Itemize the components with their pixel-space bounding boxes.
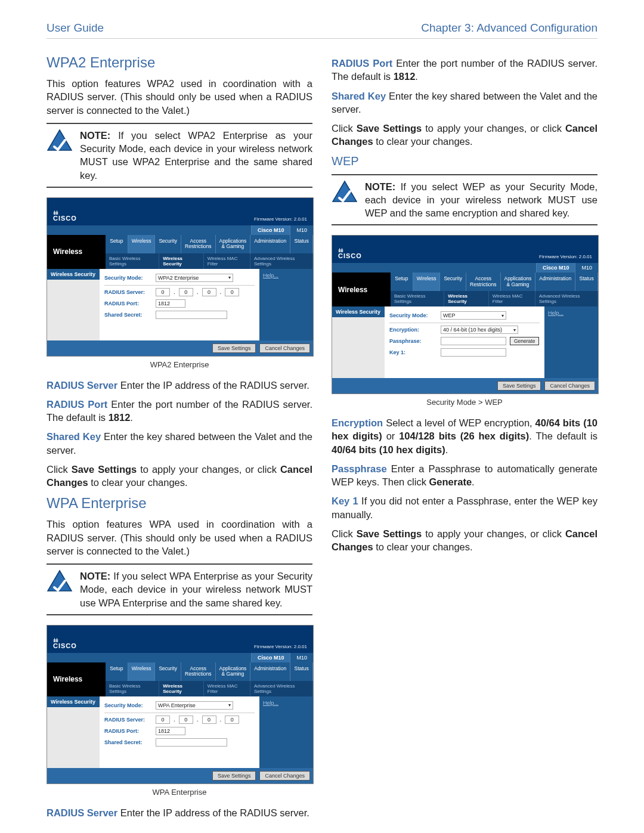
heading-wpa2-enterprise: WPA2 Enterprise: [47, 54, 312, 71]
model-tab[interactable]: M10: [290, 653, 313, 662]
tab-status[interactable]: Status: [575, 272, 598, 291]
t: . The default is: [529, 431, 597, 441]
subtab-basic[interactable]: Basic Wireless Settings: [106, 681, 159, 696]
tab-setup[interactable]: Setup: [391, 272, 413, 291]
save-settings-button[interactable]: Save Settings: [212, 771, 256, 781]
label-shared-secret: Shared Secret:: [104, 739, 152, 745]
input-key1[interactable]: [441, 348, 506, 357]
tab-access[interactable]: Access Restrictions: [181, 662, 215, 681]
def-bold: 1812: [109, 412, 131, 423]
input-ip4[interactable]: 0: [225, 288, 239, 296]
tab-security[interactable]: Security: [155, 662, 181, 681]
para-save-r: Click Save Settings to apply your change…: [332, 122, 597, 148]
right-column: RADIUS Port Enter the port number of the…: [332, 51, 597, 825]
tab-admin[interactable]: Administration: [250, 662, 290, 681]
tab-access[interactable]: Access Restrictions: [466, 272, 500, 291]
input-ip2[interactable]: 0: [179, 288, 193, 296]
input-shared-secret[interactable]: [156, 311, 227, 319]
label-radius-server: RADIUS Server:: [104, 289, 152, 295]
tab-apps[interactable]: Applications & Gaming: [216, 662, 251, 681]
tab-access[interactable]: Access Restrictions: [181, 235, 215, 253]
subtab-mac[interactable]: Wireless MAC Filter: [204, 681, 250, 696]
generate-button[interactable]: Generate: [510, 337, 539, 345]
input-radius-port[interactable]: 1812: [156, 727, 185, 735]
input-shared-secret[interactable]: [156, 738, 227, 747]
cancel-changes-button[interactable]: Cancel Changes: [544, 381, 595, 391]
tab-wireless[interactable]: Wireless: [128, 235, 156, 253]
subtab-security[interactable]: Wireless Security: [159, 253, 204, 269]
section-label: Wireless Security: [47, 269, 100, 280]
tab-status[interactable]: Status: [290, 235, 313, 253]
save-settings-button[interactable]: Save Settings: [212, 343, 256, 353]
select-security-mode[interactable]: WPA Enterprise: [156, 701, 233, 710]
model-tab-active[interactable]: Cisco M10: [536, 263, 575, 272]
tab-status[interactable]: Status: [290, 662, 313, 681]
select-security-mode[interactable]: WPA2 Enterprise: [156, 274, 233, 282]
para-key1: Key 1 If you did not enter a Passphrase,…: [332, 494, 597, 521]
model-tab[interactable]: M10: [290, 225, 313, 235]
select-value: 40 / 64-bit (10 hex digits): [443, 327, 502, 333]
tab-wireless[interactable]: Wireless: [413, 272, 441, 291]
cisco-word: CISCO: [53, 642, 77, 649]
model-tab[interactable]: M10: [575, 263, 598, 272]
subtab-security[interactable]: Wireless Security: [159, 681, 204, 696]
help-link[interactable]: Help...: [259, 269, 313, 340]
subtab-mac[interactable]: Wireless MAC Filter: [489, 291, 535, 306]
t: Select a level of WEP encryption,: [383, 417, 535, 428]
tab-apps[interactable]: Applications & Gaming: [216, 235, 251, 253]
select-encryption[interactable]: 40 / 64-bit (10 hex digits): [441, 326, 518, 334]
model-tab-active[interactable]: Cisco M10: [251, 653, 290, 662]
save-settings-button[interactable]: Save Settings: [497, 381, 541, 391]
subtab-advanced[interactable]: Advanced Wireless Settings: [250, 681, 313, 696]
subtab-advanced[interactable]: Advanced Wireless Settings: [250, 253, 313, 269]
tab-admin[interactable]: Administration: [250, 235, 290, 253]
def: Enter the IP address of the RADIUS serve…: [117, 807, 309, 818]
def: .: [130, 412, 133, 423]
tab-setup[interactable]: Setup: [106, 235, 128, 253]
input-ip4[interactable]: 0: [225, 716, 239, 724]
cancel-changes-button[interactable]: Cancel Changes: [259, 771, 310, 781]
tab-wireless[interactable]: Wireless: [128, 662, 156, 681]
tab-apps[interactable]: Applications & Gaming: [501, 272, 536, 291]
input-ip3[interactable]: 0: [202, 716, 216, 724]
subtab-advanced[interactable]: Advanced Wireless Settings: [535, 291, 598, 306]
t: to apply your changes, or click: [422, 528, 565, 539]
cisco-logo: ılıılı CISCO: [53, 639, 77, 649]
label-security-mode: Security Mode:: [389, 312, 437, 318]
subtab-basic[interactable]: Basic Wireless Settings: [106, 253, 159, 269]
input-ip1[interactable]: 0: [156, 288, 170, 296]
para-radius-port-r: RADIUS Port Enter the port number of the…: [332, 57, 597, 83]
cancel-changes-button[interactable]: Cancel Changes: [259, 343, 310, 353]
input-ip2[interactable]: 0: [179, 716, 193, 724]
help-link[interactable]: Help...: [544, 306, 598, 378]
para-radius-server: RADIUS Server Enter the IP address of th…: [47, 379, 312, 392]
nav-category: Wireless: [47, 235, 106, 269]
select-security-mode[interactable]: WEP: [441, 311, 506, 320]
section-label: Wireless Security: [332, 306, 385, 317]
subtab-basic[interactable]: Basic Wireless Settings: [391, 291, 444, 306]
term: Passphrase: [332, 463, 387, 474]
input-radius-port[interactable]: 1812: [156, 299, 185, 308]
input-passphrase[interactable]: [441, 337, 506, 345]
tab-security[interactable]: Security: [155, 235, 181, 253]
tab-security[interactable]: Security: [440, 272, 466, 291]
para-shared-key-r: Shared Key Enter the key shared between …: [332, 89, 597, 116]
label-radius-port: RADIUS Port:: [104, 301, 152, 306]
t: 40/64 bits (10 hex digits): [332, 444, 445, 455]
model-tab-active[interactable]: Cisco M10: [251, 225, 290, 235]
note-body: If you select WPA2 Enterprise as your Se…: [80, 130, 312, 181]
para-shared-key: Shared Key Enter the key shared between …: [47, 430, 312, 457]
header-left: User Guide: [47, 21, 104, 35]
label-shared-secret: Shared Secret:: [104, 312, 152, 318]
header-right: Chapter 3: Advanced Configuration: [421, 21, 597, 35]
subtab-security[interactable]: Wireless Security: [444, 291, 489, 306]
t: to clear your changes.: [373, 136, 473, 147]
label-radius-server: RADIUS Server:: [104, 717, 152, 723]
input-ip3[interactable]: 0: [202, 288, 216, 296]
tab-setup[interactable]: Setup: [106, 662, 128, 681]
help-link[interactable]: Help...: [259, 696, 313, 768]
input-ip1[interactable]: 0: [156, 716, 170, 724]
section-label: Wireless Security: [47, 696, 100, 707]
tab-admin[interactable]: Administration: [535, 272, 575, 291]
subtab-mac[interactable]: Wireless MAC Filter: [204, 253, 250, 269]
